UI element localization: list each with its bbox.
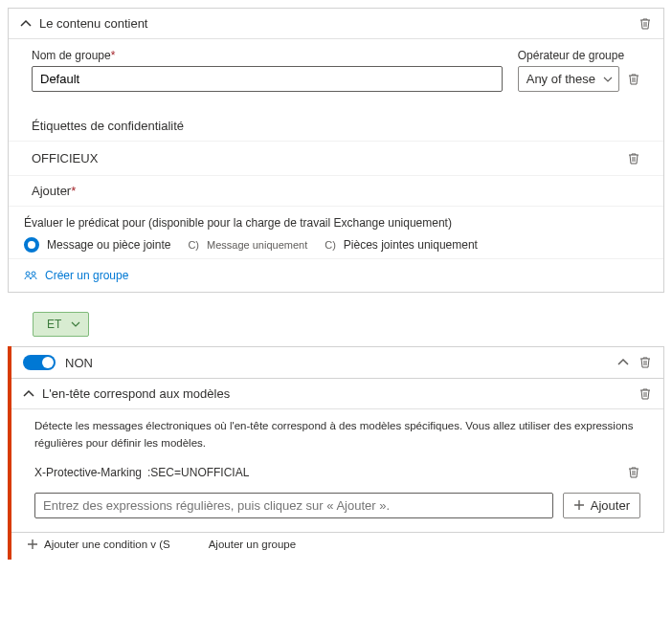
sensitivity-labels-header: Étiquettes de confidentialité	[9, 111, 663, 142]
plus-icon	[27, 539, 38, 550]
content-contains-panel: Le contenu contient Nom de groupe* Opéra…	[8, 8, 664, 293]
not-group: NON L'en-tête correspond aux modèles Dét…	[8, 346, 664, 560]
group-operator-select[interactable]: Any of these	[518, 66, 619, 92]
radio-label-attachments-only[interactable]: Pièces jointes uniquement	[344, 238, 478, 252]
svg-point-0	[26, 272, 30, 275]
create-group-label: Créer un groupe	[45, 269, 128, 282]
radio-message-or-attachment[interactable]	[24, 237, 39, 253]
radio-label-message-or-attachment: Message ou pièce jointe	[47, 238, 170, 252]
add-regex-label: Ajouter	[591, 498, 630, 513]
radio-label-message-only[interactable]: Message uniquement	[207, 239, 307, 251]
chevron-up-icon[interactable]	[617, 357, 629, 368]
trash-icon[interactable]	[627, 73, 640, 86]
content-contains-title: Le contenu contient	[39, 16, 638, 31]
group-operator-label: Opérateur de groupe	[518, 49, 640, 62]
sensitivity-label-value: OFFICIEUX	[32, 151, 627, 165]
header-value: :SEC=UNOFFICIAL	[147, 466, 627, 479]
group-operator-value: Any of these	[526, 72, 595, 86]
header-name: X-Protective-Marking	[34, 466, 142, 479]
add-group-label: Ajouter un groupe	[209, 539, 296, 550]
sensitivity-label-row: OFFICIEUX	[9, 142, 663, 176]
header-value-row: X-Protective-Marking :SEC=UNOFFICIAL	[11, 460, 663, 485]
group-operator-field: Opérateur de groupe Any of these	[518, 49, 640, 92]
chevron-up-icon	[23, 388, 34, 400]
regex-input[interactable]	[34, 493, 553, 518]
group-name-field: Nom de groupe*	[32, 49, 503, 92]
chevron-down-icon	[71, 319, 80, 329]
add-regex-button[interactable]: Ajouter	[563, 493, 640, 518]
radio-prefix-message-only: C)	[188, 239, 199, 251]
trash-icon[interactable]	[627, 152, 640, 165]
evaluate-predicate-section: Évaluer le prédicat pour (disponible pou…	[9, 207, 663, 258]
trash-icon[interactable]	[638, 17, 652, 31]
group-name-label: Nom de groupe*	[32, 49, 503, 62]
header-matches-header[interactable]: L'en-tête correspond aux modèles	[11, 379, 663, 409]
plus-icon	[573, 499, 585, 511]
add-condition-link[interactable]: Ajouter une condition v (S	[27, 539, 170, 550]
create-group-link[interactable]: Créer un groupe	[9, 258, 663, 292]
trash-icon[interactable]	[638, 356, 652, 369]
not-label: NON	[65, 356, 617, 370]
create-group-icon	[24, 269, 37, 282]
header-matches-description: Détecte les messages électroniques où l'…	[11, 409, 663, 460]
regex-input-row: Ajouter	[11, 485, 663, 528]
group-name-input[interactable]	[32, 66, 503, 92]
not-toggle[interactable]	[23, 355, 56, 370]
add-condition-label: Ajouter une condition v (S	[44, 539, 170, 550]
chevron-up-icon	[20, 18, 32, 30]
and-connector-label: ET	[47, 318, 61, 331]
and-connector-select[interactable]: ET	[33, 312, 89, 337]
not-toggle-row: NON	[11, 346, 664, 379]
add-group-link[interactable]: Ajouter un groupe	[209, 539, 296, 550]
add-sensitivity-label-link[interactable]: Ajouter*	[9, 176, 663, 207]
header-matches-title: L'en-tête correspond aux modèles	[42, 386, 638, 401]
bottom-action-links: Ajouter une condition v (S Ajouter un gr…	[11, 533, 664, 560]
header-matches-panel: L'en-tête correspond aux modèles Détecte…	[11, 379, 664, 533]
content-contains-header[interactable]: Le contenu contient	[9, 9, 663, 39]
trash-icon[interactable]	[638, 387, 652, 401]
evaluate-predicate-options: Message ou pièce jointe C) Message uniqu…	[24, 237, 648, 253]
svg-point-1	[32, 272, 35, 275]
group-fields: Nom de groupe* Opérateur de groupe Any o…	[9, 39, 663, 111]
trash-icon[interactable]	[627, 466, 640, 479]
evaluate-predicate-title: Évaluer le prédicat pour (disponible pou…	[24, 216, 648, 230]
radio-prefix-attachments-only: C)	[325, 239, 336, 251]
chevron-down-icon	[603, 75, 613, 84]
